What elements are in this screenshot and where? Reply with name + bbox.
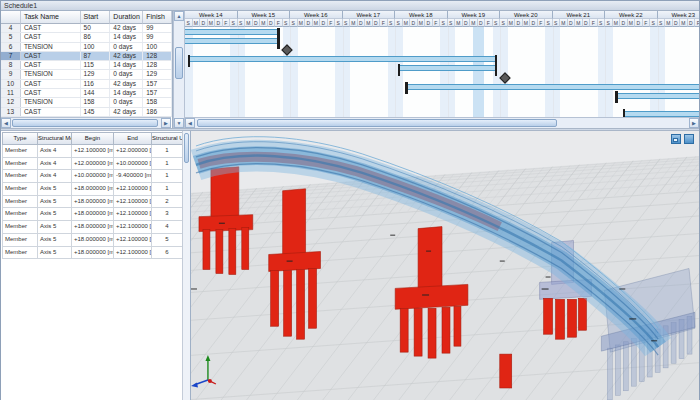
table-row[interactable]: MemberAxis 4+12.000000 [m]+10.000000 [m]… — [2, 158, 183, 171]
cell: Member — [2, 158, 38, 171]
day-label: F — [380, 19, 388, 27]
week-label: Week 14 — [185, 11, 238, 19]
table-row[interactable]: 5CAST8614 days99 — [1, 33, 172, 42]
day-label: D — [358, 19, 366, 27]
weekend-stripe — [335, 27, 343, 117]
weekend-stripe — [283, 27, 291, 117]
day-label: F — [328, 19, 336, 27]
task-bar[interactable] — [189, 56, 497, 62]
table-row[interactable]: 11CAST14414 days157 — [1, 89, 172, 98]
bar-start-bracket — [405, 82, 408, 94]
gantt-body[interactable] — [185, 27, 699, 117]
cell: 7 — [1, 52, 21, 60]
day-label: M — [298, 19, 306, 27]
scroll-left-icon[interactable]: ◀ — [185, 118, 195, 128]
day-label: F — [590, 19, 598, 27]
table-row[interactable]: 13CAST14542 days186 — [1, 108, 172, 117]
task-bar[interactable] — [185, 38, 279, 44]
table-row[interactable]: MemberAxis 5+18.000000 [m]+12.100000 [m]… — [2, 234, 183, 247]
task-table-body[interactable]: 4CAST5042 days995CAST8614 days996TENSION… — [1, 24, 172, 117]
day-label: S — [448, 19, 456, 27]
task-bar[interactable] — [624, 111, 699, 117]
task-table-hscrollbar[interactable]: ◀ ▶ — [1, 117, 171, 128]
cell: +12.100000 [m] — [114, 196, 152, 209]
cell: 100 — [81, 43, 111, 51]
task-table[interactable]: Task NameStartDurationFinish 4CAST5042 d… — [1, 11, 173, 128]
day-label: M — [260, 19, 268, 27]
day-label: M — [523, 19, 531, 27]
week-gridline — [605, 27, 606, 117]
day-label: S — [230, 19, 238, 27]
task-bar[interactable] — [399, 65, 497, 71]
table-row[interactable]: 8CAST11514 days128 — [1, 61, 172, 70]
table-row[interactable]: 12TENSION1580 days158 — [1, 98, 172, 107]
scroll-right-icon[interactable]: ▶ — [689, 118, 699, 128]
cell: +18.000000 [m] — [72, 221, 114, 234]
table-row[interactable]: MemberAxis 4+10.000000 [m]-9.400000 [m]1 — [2, 170, 183, 183]
table-row[interactable]: 6TENSION1000 days100 — [1, 43, 172, 52]
bar-start-bracket — [398, 64, 401, 76]
day-label: S — [493, 19, 501, 27]
day-label: F — [485, 19, 493, 27]
column-header: Type — [2, 132, 38, 145]
task-bar[interactable] — [616, 93, 699, 99]
cell: CAST — [21, 108, 81, 116]
table-row[interactable]: 4CAST5042 days99 — [1, 24, 172, 33]
table-row[interactable]: 10CAST11642 days157 — [1, 80, 172, 89]
cell: +12.100000 [m] — [114, 221, 152, 234]
task-table-header: Task NameStartDurationFinish — [1, 11, 172, 24]
day-label: M — [455, 19, 463, 27]
scrollbar-thumb[interactable] — [175, 47, 183, 79]
cell: 3 — [152, 208, 183, 221]
scroll-right-icon[interactable]: ▶ — [161, 118, 171, 128]
cell: CAST — [21, 89, 81, 97]
day-label: M — [208, 19, 216, 27]
bar-end-bracket — [277, 37, 280, 49]
gantt-chart[interactable]: Week 14Week 15Week 16Week 17Week 18Week … — [185, 11, 699, 128]
table-row[interactable]: MemberAxis 5+18.000000 [m]+12.100000 [m]… — [2, 208, 183, 221]
3d-viewport[interactable] — [191, 131, 699, 400]
table-row[interactable]: 9TENSION1290 days129 — [1, 70, 172, 79]
cell: +10.000000 [m] — [72, 170, 114, 183]
cell: +18.000000 [m] — [72, 208, 114, 221]
table-row[interactable]: MemberAxis 5+18.000000 [m]+12.100000 [m]… — [2, 221, 183, 234]
properties-vscrollbar[interactable] — [182, 131, 190, 400]
cell: +18.000000 [m] — [72, 183, 114, 196]
cell: 9 — [1, 70, 21, 78]
table-row[interactable]: 7CAST8742 days128 — [1, 52, 172, 61]
task-bar[interactable] — [406, 84, 699, 90]
scroll-up-icon[interactable]: ▲ — [174, 11, 184, 21]
gantt-hscrollbar[interactable]: ◀ ▶ — [185, 117, 699, 128]
cell: 6 — [152, 247, 183, 260]
column-header: Begin — [72, 132, 114, 145]
gantt-vscrollbar[interactable]: ▲ ▼ — [173, 11, 185, 128]
day-label: M — [613, 19, 621, 27]
properties-table-body[interactable]: MemberAxis 4+12.100000 [m]+12.000000 [m]… — [2, 145, 183, 259]
day-label: M — [680, 19, 688, 27]
week-label: Week 15 — [238, 11, 291, 19]
scrollbar-thumb[interactable] — [197, 119, 557, 127]
cell: 12 — [1, 98, 21, 106]
scrollbar-thumb[interactable] — [12, 119, 158, 127]
cell: 99 — [143, 24, 172, 32]
cell: CAST — [21, 80, 81, 88]
day-label: S — [605, 19, 613, 27]
scroll-down-icon[interactable]: ▼ — [174, 118, 184, 128]
day-label: D — [410, 19, 418, 27]
table-row[interactable]: MemberAxis 4+12.100000 [m]+12.000000 [m]… — [2, 145, 183, 158]
restore-view-icon[interactable] — [671, 134, 681, 144]
cell: Member — [2, 221, 38, 234]
cell: TENSION — [21, 98, 81, 106]
properties-table[interactable]: TypeStructural MembBeginEndStructural Un… — [2, 132, 183, 259]
scrollbar-thumb[interactable] — [184, 133, 189, 163]
properties-panel[interactable]: TypeStructural MembBeginEndStructural Un… — [1, 131, 191, 400]
cell: Axis 5 — [38, 183, 72, 196]
cell: 100 — [143, 43, 172, 51]
table-row[interactable]: MemberAxis 5+18.000000 [m]+12.100000 [m]… — [2, 196, 183, 209]
week-label: Week 20 — [500, 11, 553, 19]
table-row[interactable]: MemberAxis 5+18.000000 [m]+12.100000 [m]… — [2, 247, 183, 260]
table-row[interactable]: MemberAxis 5+18.000000 [m]+12.100000 [m]… — [2, 183, 183, 196]
scroll-left-icon[interactable]: ◀ — [1, 118, 11, 128]
window-view-icon[interactable] — [684, 134, 694, 144]
task-bar[interactable] — [185, 29, 279, 35]
